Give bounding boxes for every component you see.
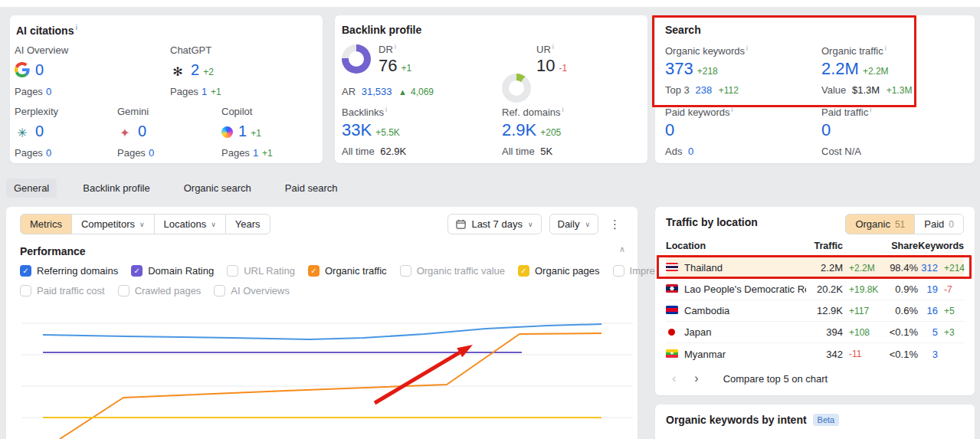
keywords-by-intent-card: Organic keywords by intentBeta: [655, 405, 975, 439]
keywords-by-intent-title: Organic keywords by intentBeta: [666, 414, 839, 426]
tab-backlink-profile[interactable]: Backlink profile: [75, 179, 157, 198]
more-options-kebab-icon[interactable]: ⋮: [606, 218, 624, 231]
years-button[interactable]: Years: [225, 214, 270, 234]
checkbox-paid-traffic-cost[interactable]: Paid traffic cost: [20, 285, 105, 296]
ai-overview-value: 0: [35, 61, 44, 78]
ur-donut: [502, 74, 531, 103]
dr-donut: [342, 44, 371, 74]
search-card: Search Organic keywordsi 373+218 Top 3 2…: [655, 15, 975, 163]
location-row-japan[interactable]: Japan 394 +108 <0.1% 5 +3: [666, 322, 964, 343]
info-icon[interactable]: i: [746, 44, 748, 52]
ai-item-copilot: Copilot 1+1 Pages1+1: [221, 106, 273, 159]
ai-item-ai-overview: AI Overview 0 Pages0: [15, 44, 68, 97]
info-icon[interactable]: i: [562, 106, 564, 113]
perplexity-icon: ✳: [15, 126, 30, 140]
performance-card: Metrics Competitors∨ Locations∨ Years La…: [6, 207, 637, 439]
performance-title: Performance: [20, 245, 86, 257]
backlink-profile-card: Backlink profile DRi 76+1 AR 31,533 ▲4,0…: [335, 15, 647, 163]
japan-flag-icon: [668, 329, 675, 336]
info-icon[interactable]: i: [395, 43, 396, 51]
ur-value: 10-1: [536, 56, 567, 76]
checkbox-referring-domains[interactable]: ✓Referring domains: [20, 265, 118, 277]
organic-traffic-value: 2.2M+2.2M: [821, 59, 889, 79]
next-page-icon[interactable]: ›: [694, 372, 698, 385]
locations-button[interactable]: Locations∨: [154, 214, 226, 234]
checkbox-url-rating[interactable]: URL Rating: [227, 265, 295, 277]
ref-domains-value: 2.9K+205: [502, 120, 561, 140]
ai-citations-card: AI citationsi AI Overview 0 Pages0 ChatG…: [10, 15, 323, 163]
myanmar-flag-icon: [666, 349, 678, 358]
cambodia-flag-icon: [666, 306, 678, 314]
location-row-thailand[interactable]: Thailand 2.2M +2.2M 98.4% 312 +214: [666, 257, 964, 279]
organic-toggle-button[interactable]: Organic51: [845, 214, 915, 234]
beta-badge: Beta: [813, 414, 840, 426]
info-icon[interactable]: i: [870, 106, 871, 113]
location-table-header: Location Traffic Share Keywords: [666, 241, 964, 257]
dr-value: 76+1: [379, 56, 411, 76]
info-icon[interactable]: i: [385, 106, 387, 113]
ai-item-gemini: Gemini ✦0 Pages0: [117, 106, 154, 159]
traffic-by-location-card: Traffic by location Organic51 Paid0 Loca…: [655, 207, 975, 395]
location-table-footer: ‹ › Compare top 5 on chart: [672, 372, 828, 385]
info-icon[interactable]: i: [885, 44, 887, 52]
chevron-down-icon: ∨: [528, 221, 533, 228]
chevron-down-icon: ∨: [139, 221, 145, 228]
chevron-down-icon: ∨: [585, 221, 590, 228]
paid-toggle-button[interactable]: Paid0: [914, 214, 964, 234]
ai-citations-title: AI citationsi: [16, 24, 77, 37]
date-range-button[interactable]: Last 7 days∨: [447, 214, 541, 234]
tab-paid-search[interactable]: Paid search: [277, 179, 346, 198]
traffic-by-location-title: Traffic by location: [666, 216, 758, 228]
prev-page-icon[interactable]: ‹: [672, 372, 676, 385]
laos-flag-icon: [666, 284, 678, 293]
chart-mode-group: Metrics Competitors∨ Locations∨ Years: [20, 214, 270, 234]
paid-traffic-value: 0: [821, 120, 831, 140]
metric-checkbox-row-1: ✓Referring domains ✓Domain Rating URL Ra…: [20, 265, 760, 277]
location-row-laos[interactable]: Lao People's Democratic Republic 20.2K +…: [666, 279, 964, 300]
location-row-cambodia[interactable]: Cambodia 12.9K +117 0.6% 16 +5: [666, 300, 964, 322]
location-row-myanmar[interactable]: Myanmar 342 -11 <0.1% 3: [666, 343, 964, 365]
ai-item-perplexity: Perplexity ✳0 Pages0: [15, 106, 58, 159]
backlinks-value: 33K+5.5K: [342, 120, 400, 140]
chatgpt-icon: ✻: [170, 64, 185, 79]
checkbox-organic-traffic[interactable]: ✓Organic traffic: [308, 265, 387, 277]
top-strip: [0, 0, 980, 7]
compare-top5-link[interactable]: Compare top 5 on chart: [723, 373, 828, 385]
info-icon[interactable]: i: [732, 106, 733, 113]
info-icon[interactable]: i: [552, 43, 554, 51]
calendar-icon: [456, 219, 466, 229]
organic-keywords-value: 373+218: [665, 59, 718, 79]
checkbox-organic-traffic-value[interactable]: Organic traffic value: [400, 265, 505, 277]
competitors-button[interactable]: Competitors∨: [71, 214, 155, 234]
ar-line: AR 31,533 ▲4,069: [342, 86, 434, 97]
ai-item-chatgpt: ChatGPT ✻2+2 Pages1+1: [170, 44, 221, 97]
tab-general[interactable]: General: [6, 179, 57, 198]
section-tabs: General Backlink profile Organic search …: [6, 179, 346, 198]
backlink-profile-title: Backlink profile: [342, 24, 421, 36]
thailand-flag-icon: [666, 263, 678, 271]
gemini-icon: ✦: [117, 126, 133, 140]
tab-organic-search[interactable]: Organic search: [176, 179, 259, 198]
metric-checkbox-row-2: Paid traffic cost Crawled pages AI Overv…: [20, 285, 290, 296]
performance-line-chart: [18, 302, 635, 439]
google-icon: [15, 66, 30, 77]
paid-keywords-value: 0: [665, 120, 674, 140]
checkbox-crawled-pages[interactable]: Crawled pages: [118, 285, 202, 296]
copilot-icon: [221, 126, 233, 138]
granularity-button[interactable]: Daily∨: [549, 214, 599, 234]
checkbox-ai-overviews[interactable]: AI Overviews: [214, 285, 290, 296]
info-icon[interactable]: i: [75, 24, 77, 31]
search-title: Search: [665, 24, 701, 36]
collapse-chevron-up-icon[interactable]: ∧: [619, 244, 625, 254]
checkbox-organic-pages[interactable]: ✓Organic pages: [518, 265, 600, 277]
checkbox-domain-rating[interactable]: ✓Domain Rating: [131, 265, 214, 277]
dashboard-page: AI citationsi AI Overview 0 Pages0 ChatG…: [0, 0, 980, 439]
chevron-down-icon: ∨: [211, 221, 216, 228]
metrics-button[interactable]: Metrics: [20, 214, 72, 234]
organic-paid-toggle: Organic51 Paid0: [845, 214, 964, 234]
